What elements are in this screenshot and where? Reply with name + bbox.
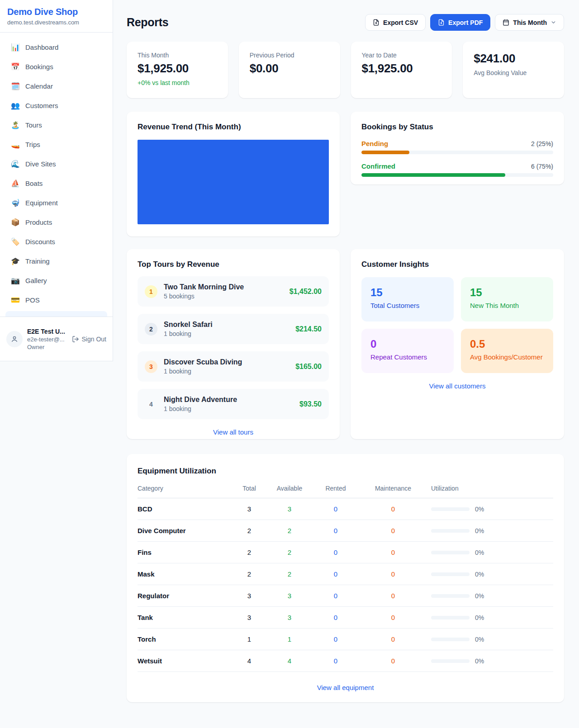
sidebar-item-label: Equipment: [25, 199, 58, 207]
sidebar-item-pos[interactable]: 💳 POS: [5, 292, 107, 308]
stat-card-avg-booking-value: $241.00 Avg Booking Value: [463, 42, 564, 98]
sidebar-item-label: POS: [25, 296, 40, 304]
top-tours-card: Top Tours by Revenue 1 Two Tank Morning …: [127, 249, 340, 439]
status-count-confirmed: 6 (75%): [531, 163, 553, 170]
tour-name: Snorkel Safari: [164, 321, 289, 329]
cell-available: 1: [263, 635, 316, 643]
sign-out-label: Sign Out: [82, 336, 106, 343]
cell-available: 3: [263, 592, 316, 600]
col-total: Total: [236, 485, 263, 492]
utilization-percent: 0%: [475, 506, 484, 513]
sidebar-item-customers[interactable]: 👥 Customers: [5, 97, 107, 114]
user-name: E2E Test U...: [27, 328, 67, 335]
cell-total: 3: [236, 505, 263, 513]
tour-name: Night Dive Adventure: [164, 396, 293, 404]
cell-rented: 0: [316, 635, 355, 643]
sidebar-item-gallery[interactable]: 📷 Gallery: [5, 272, 107, 289]
cell-available: 3: [263, 505, 316, 513]
view-all-tours-link[interactable]: View all tours: [138, 428, 329, 436]
rank-badge: 3: [145, 360, 157, 373]
insight-tile-total-customers: 15 Total Customers: [361, 277, 454, 321]
period-dropdown[interactable]: This Month: [495, 14, 564, 31]
sidebar-item-calendar[interactable]: 🗓️ Calendar: [5, 78, 107, 95]
sidebar-item-dive-sites[interactable]: 🌊 Dive Sites: [5, 156, 107, 172]
sidebar-item-label: Bookings: [25, 63, 53, 71]
cell-maintenance: 0: [355, 657, 431, 665]
avatar: [6, 331, 23, 347]
tour-row-4: 4 Night Dive Adventure 1 booking $93.50: [138, 389, 329, 419]
equipment-utilization-card: Equipment Utilization Category Total Ava…: [127, 454, 564, 702]
sign-out-icon: [72, 336, 79, 343]
view-all-customers-link[interactable]: View all customers: [361, 382, 553, 390]
discounts-icon: 🏷️: [11, 237, 20, 246]
sign-out-button[interactable]: Sign Out: [72, 336, 106, 343]
utilization-percent: 0%: [475, 657, 484, 665]
sidebar-item-boats[interactable]: ⛵ Boats: [5, 175, 107, 192]
sidebar-item-training[interactable]: 🎓 Training: [5, 253, 107, 269]
cell-utilization: 0%: [431, 506, 553, 513]
insight-value: 15: [470, 286, 544, 299]
stat-label: Previous Period: [250, 52, 329, 59]
user-role: Owner: [27, 344, 67, 350]
cell-total: 2: [236, 570, 263, 578]
customer-insights-title: Customer Insights: [361, 260, 553, 269]
cell-category: Tank: [138, 614, 236, 621]
user-info: E2E Test U... e2e-tester@... Owner: [27, 328, 67, 350]
tour-row-1: 1 Two Tank Morning Dive 5 bookings $1,45…: [138, 276, 329, 307]
status-count-pending: 2 (25%): [531, 140, 553, 147]
cell-rented: 0: [316, 527, 355, 534]
page-header: Reports Export CSV Export PDF This Month: [127, 14, 564, 31]
utilization-percent: 0%: [475, 527, 484, 534]
tour-row-3: 3 Discover Scuba Diving 1 booking $165.0…: [138, 351, 329, 382]
sidebar-item-trips[interactable]: 🚤 Trips: [5, 136, 107, 153]
user-email: e2e-tester@...: [27, 336, 67, 343]
cell-total: 4: [236, 657, 263, 665]
sidebar-item-bookings[interactable]: 📅 Bookings: [5, 58, 107, 75]
sidebar-item-equipment[interactable]: 🤿 Equipment: [5, 194, 107, 211]
sidebar: Demo Dive Shop demo.test.divestreams.com…: [0, 0, 113, 361]
equipment-table-header: Category Total Available Rented Maintena…: [138, 485, 553, 498]
utilization-percent: 0%: [475, 549, 484, 556]
cell-maintenance: 0: [355, 614, 431, 621]
insights-row: Top Tours by Revenue 1 Two Tank Morning …: [127, 249, 564, 439]
col-available: Available: [263, 485, 316, 492]
cell-rented: 0: [316, 505, 355, 513]
table-row-dive-computer: Dive Computer 2 2 0 0 0%: [138, 520, 553, 542]
tour-row-2: 2 Snorkel Safari 1 booking $214.50: [138, 314, 329, 344]
sidebar-item-tours[interactable]: 🏝️ Tours: [5, 117, 107, 133]
cell-category: Wetsuit: [138, 657, 236, 665]
training-icon: 🎓: [11, 257, 20, 265]
stat-value: $241.00: [474, 52, 553, 66]
status-row-pending: Pending 2 (25%): [361, 140, 553, 154]
sidebar-item-products[interactable]: 📦 Products: [5, 214, 107, 231]
cell-total: 2: [236, 548, 263, 556]
calendar-icon: 🗓️: [11, 82, 20, 90]
sidebar-item-partial[interactable]: [5, 311, 107, 317]
table-row-wetsuit: Wetsuit 4 4 0 0 0%: [138, 650, 553, 672]
tour-name: Discover Scuba Diving: [164, 358, 289, 366]
bookings-by-status-card: Bookings by Status Pending 2 (25%) Confi…: [351, 112, 564, 184]
revenue-trend-bar-chart: [138, 140, 329, 224]
export-csv-label: Export CSV: [383, 19, 418, 26]
sidebar-item-dashboard[interactable]: 📊 Dashboard: [5, 39, 107, 56]
progress-track: [361, 151, 553, 154]
insight-label: New This Month: [470, 302, 544, 309]
utilization-percent: 0%: [475, 592, 484, 600]
insight-tile-repeat-customers: 0 Repeat Customers: [361, 329, 454, 373]
sidebar-item-label: Calendar: [25, 82, 53, 90]
sidebar-item-discounts[interactable]: 🏷️ Discounts: [5, 233, 107, 250]
bookings-icon: 📅: [11, 62, 20, 71]
export-pdf-button[interactable]: Export PDF: [430, 14, 490, 31]
insight-tile-new-this-month: 15 New This Month: [461, 277, 553, 321]
view-all-equipment-link[interactable]: View all equipment: [138, 684, 553, 691]
cell-maintenance: 0: [355, 635, 431, 643]
dive-sites-icon: 🌊: [11, 160, 20, 168]
stat-delta: +0% vs last month: [138, 79, 217, 86]
tour-revenue: $93.50: [299, 400, 322, 408]
export-csv-button[interactable]: Export CSV: [365, 14, 426, 31]
cell-utilization: 0%: [431, 636, 553, 643]
insight-tile-avg-bookings: 0.5 Avg Bookings/Customer: [461, 329, 553, 373]
sidebar-item-label: Dive Sites: [25, 160, 56, 168]
person-icon: [10, 335, 19, 343]
tour-revenue: $214.50: [295, 325, 322, 333]
